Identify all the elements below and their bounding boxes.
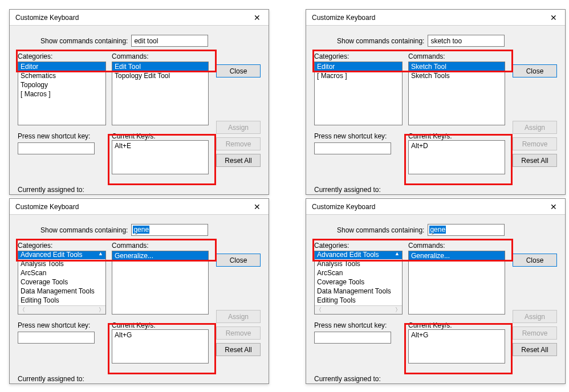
close-button[interactable]: Close xyxy=(513,254,557,267)
reset-all-button[interactable]: Reset All xyxy=(216,154,261,167)
commands-listbox[interactable]: Edit Tool Topology Edit Tool xyxy=(112,62,209,125)
current-key-value: Alt+G xyxy=(411,331,428,339)
categories-label: Categories: xyxy=(314,242,403,250)
categories-listbox[interactable]: Advanced Edit Tools▲ Analysis Tools ArcS… xyxy=(314,251,403,315)
list-item[interactable]: Advanced Edit Tools▲ xyxy=(18,251,105,259)
remove-button[interactable]: Remove xyxy=(216,326,261,340)
shortcut-input[interactable] xyxy=(18,332,95,344)
press-new-label: Press new shortcut key: xyxy=(18,132,106,140)
dialog-top-left: Customize Keyboard ✕ Show commands conta… xyxy=(9,9,269,195)
list-item[interactable]: Data Management Tools xyxy=(315,287,402,296)
list-item[interactable]: Editing Tools xyxy=(18,296,105,305)
assign-button[interactable]: Assign xyxy=(216,121,261,134)
close-icon[interactable]: ✕ xyxy=(542,10,565,26)
close-button[interactable]: Close xyxy=(513,64,557,77)
commands-listbox[interactable]: Sketch Tool Sketch Tools xyxy=(408,62,505,125)
reset-all-button[interactable]: Reset All xyxy=(216,343,261,356)
commands-label: Commands: xyxy=(112,242,209,250)
list-item[interactable]: Generalize... xyxy=(409,251,505,260)
list-item[interactable]: Sketch Tools xyxy=(409,71,505,80)
commands-listbox[interactable]: Generalize... xyxy=(408,251,505,315)
list-item[interactable]: ArcScan xyxy=(315,268,402,277)
remove-button[interactable]: Remove xyxy=(513,137,557,150)
remove-button[interactable]: Remove xyxy=(513,326,557,340)
list-item[interactable]: Coverage Tools xyxy=(18,277,105,287)
current-key-value: Alt+E xyxy=(115,142,131,150)
dialog-bottom-left: Customize Keyboard ✕ Show commands conta… xyxy=(9,198,269,384)
categories-listbox[interactable]: Editor [ Macros ] xyxy=(314,62,403,125)
current-keys-box[interactable]: Alt+D xyxy=(408,140,505,174)
list-item[interactable]: ArcScan xyxy=(18,268,105,277)
commands-label: Commands: xyxy=(112,52,209,60)
commands-listbox[interactable]: Generalize... xyxy=(112,251,209,315)
remove-button[interactable]: Remove xyxy=(216,137,261,150)
press-new-label: Press new shortcut key: xyxy=(18,321,106,329)
assign-button[interactable]: Assign xyxy=(513,310,557,323)
close-icon[interactable]: ✕ xyxy=(246,10,269,26)
chevron-right-icon[interactable]: 〉 xyxy=(99,306,104,314)
list-item[interactable]: Analysis Tools xyxy=(315,259,402,268)
chevron-left-icon[interactable]: 〈 xyxy=(19,306,25,314)
scrollbar[interactable]: 〈 〉 xyxy=(18,305,105,314)
close-icon[interactable]: ✕ xyxy=(542,199,565,215)
categories-label: Categories: xyxy=(18,52,106,60)
categories-label: Categories: xyxy=(18,242,106,250)
list-item[interactable]: Schematics xyxy=(18,71,105,80)
current-keys-label: Current Key/s: xyxy=(112,321,209,329)
assigned-to-label: Currently assigned to: xyxy=(314,186,557,194)
list-item[interactable]: [ Macros ] xyxy=(315,71,402,80)
filter-input[interactable] xyxy=(428,35,505,47)
list-item[interactable]: [ Macros ] xyxy=(18,89,105,99)
close-button[interactable]: Close xyxy=(216,64,261,77)
shortcut-input[interactable] xyxy=(314,142,391,154)
categories-label: Categories: xyxy=(314,52,403,60)
titlebar: Customize Keyboard ✕ xyxy=(306,199,565,215)
list-item[interactable]: Generalize... xyxy=(112,251,208,260)
list-item[interactable]: Topology xyxy=(18,80,105,89)
current-keys-label: Current Key/s: xyxy=(408,321,505,329)
reset-all-button[interactable]: Reset All xyxy=(513,154,557,167)
current-keys-box[interactable]: Alt+G xyxy=(112,329,209,364)
dialog-title: Customize Keyboard xyxy=(312,203,375,211)
chevron-left-icon[interactable]: 〈 xyxy=(316,306,322,314)
commands-label: Commands: xyxy=(408,242,505,250)
titlebar: Customize Keyboard ✕ xyxy=(10,199,269,215)
close-button[interactable]: Close xyxy=(216,254,261,267)
show-commands-label: Show commands containing: xyxy=(40,37,128,45)
shortcut-input[interactable] xyxy=(314,332,391,344)
list-item[interactable]: Editor xyxy=(315,62,402,71)
filter-input[interactable] xyxy=(131,35,208,47)
current-keys-box[interactable]: Alt+E xyxy=(112,140,209,174)
list-item[interactable]: Advanced Edit Tools▲ xyxy=(315,251,402,259)
shortcut-input[interactable] xyxy=(18,142,95,154)
list-item[interactable]: Data Management Tools xyxy=(18,287,105,296)
list-item[interactable]: Topology Edit Tool xyxy=(112,71,208,80)
titlebar: Customize Keyboard ✕ xyxy=(10,10,269,26)
titlebar: Customize Keyboard ✕ xyxy=(306,10,565,26)
dialog-top-right: Customize Keyboard ✕ Show commands conta… xyxy=(306,9,566,195)
current-keys-label: Current Key/s: xyxy=(408,132,505,140)
categories-listbox[interactable]: Advanced Edit Tools▲ Analysis Tools ArcS… xyxy=(18,251,106,315)
list-item[interactable]: Edit Tool xyxy=(112,62,208,71)
chevron-right-icon[interactable]: 〉 xyxy=(395,306,401,314)
dialog-title: Customize Keyboard xyxy=(15,14,79,22)
list-item[interactable]: Sketch Tool xyxy=(409,62,505,71)
assign-button[interactable]: Assign xyxy=(216,310,261,323)
scrollbar[interactable]: 〈 〉 xyxy=(315,305,402,314)
current-keys-box[interactable]: Alt+G xyxy=(408,329,505,364)
current-key-value: Alt+G xyxy=(115,331,132,339)
chevron-up-icon: ▲ xyxy=(98,251,103,259)
categories-listbox[interactable]: Editor Schematics Topology [ Macros ] xyxy=(18,62,106,125)
reset-all-button[interactable]: Reset All xyxy=(513,343,557,356)
assigned-to-label: Currently assigned to: xyxy=(18,186,261,194)
current-key-value: Alt+D xyxy=(411,142,428,150)
list-item[interactable]: Analysis Tools xyxy=(18,259,105,268)
assigned-to-label: Currently assigned to: xyxy=(314,375,557,383)
show-commands-label: Show commands containing: xyxy=(337,226,424,234)
commands-label: Commands: xyxy=(408,52,505,60)
list-item[interactable]: Coverage Tools xyxy=(315,277,402,287)
assign-button[interactable]: Assign xyxy=(513,121,557,134)
list-item[interactable]: Editing Tools xyxy=(315,296,402,305)
list-item[interactable]: Editor xyxy=(18,62,105,71)
close-icon[interactable]: ✕ xyxy=(246,199,269,215)
